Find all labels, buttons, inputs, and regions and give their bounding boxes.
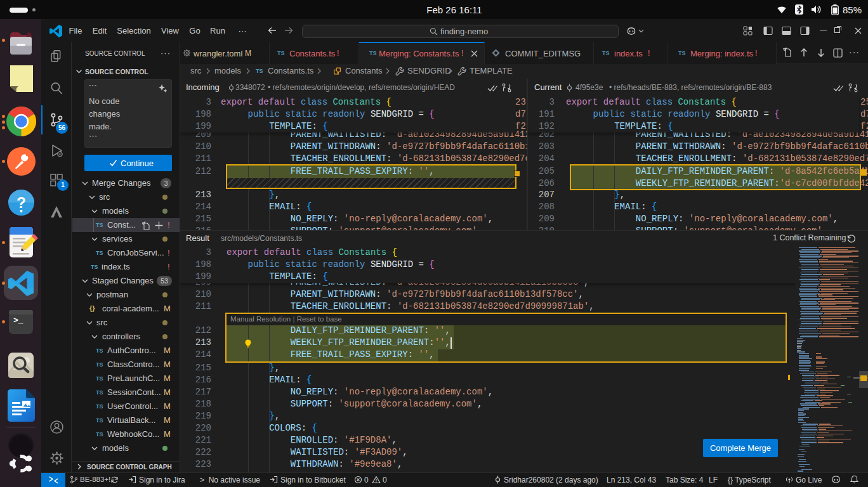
svg-text:?: ?	[16, 194, 26, 211]
svg-text:>_: >_	[13, 316, 23, 325]
